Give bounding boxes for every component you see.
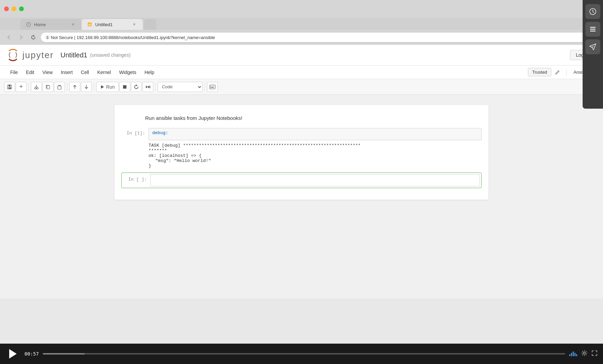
cell-1-output: TASK [debug] ***************************… <box>149 140 482 170</box>
output-line-3: ok: [localhost] => { <box>149 153 478 158</box>
svg-rect-5 <box>590 29 596 30</box>
maximize-button[interactable] <box>19 6 24 11</box>
svg-rect-10 <box>9 88 10 89</box>
svg-rect-9 <box>8 87 11 89</box>
svg-rect-6 <box>590 31 596 32</box>
restart-button[interactable] <box>131 82 142 92</box>
cell-2-content[interactable] <box>150 174 480 186</box>
paste-button[interactable] <box>54 82 65 92</box>
cell-type-select[interactable]: Code Markdown Raw NBConvert Heading <box>158 82 203 92</box>
output-line-1: TASK [debug] ***************************… <box>149 143 478 148</box>
menu-kernel[interactable]: Kernel <box>94 68 114 76</box>
svg-text:nb: nb <box>88 23 91 26</box>
output-line-2: ******* <box>149 148 478 153</box>
jupyter-header: jupyter Untitled1 (unsaved changes) Logo… <box>0 45 603 66</box>
svg-rect-20 <box>210 85 215 89</box>
svg-rect-4 <box>590 27 596 28</box>
menu-file[interactable]: File <box>7 68 21 76</box>
add-cell-button[interactable]: + <box>16 82 27 92</box>
svg-marker-17 <box>146 86 148 88</box>
close-button[interactable] <box>4 6 9 11</box>
notebook-tab-close[interactable]: × <box>131 21 137 28</box>
toolbar: + <box>0 79 603 95</box>
cut-button[interactable] <box>31 82 42 92</box>
cell-1: In [1]: debug: TASK [debug] ************… <box>121 128 482 170</box>
save-button[interactable] <box>4 82 15 92</box>
refresh-button[interactable] <box>29 33 38 42</box>
forward-button[interactable] <box>16 33 26 42</box>
cell-1-code[interactable]: debug: <box>149 128 482 140</box>
menu-view[interactable]: View <box>39 68 56 76</box>
menu-help[interactable]: Help <box>141 68 158 76</box>
progress-bar[interactable] <box>43 353 565 354</box>
play-button[interactable] <box>5 346 20 361</box>
edit-mode-button[interactable] <box>553 68 562 77</box>
toolbar-sep-4 <box>155 83 156 91</box>
notebook-title-area: Untitled1 (unsaved changes) <box>61 51 570 59</box>
jupyter-spinner-logo <box>7 49 19 61</box>
svg-rect-19 <box>150 86 150 88</box>
toolbar-sep-2 <box>67 83 67 91</box>
cell-1-code-text: debug: <box>152 130 168 135</box>
minimize-button[interactable] <box>12 6 16 11</box>
tab-home[interactable]: Home × <box>20 19 82 30</box>
copy-button[interactable] <box>42 82 53 92</box>
send-panel-button[interactable] <box>585 39 600 54</box>
notebook-intro-text: Run ansible tasks from Jupyter Notebooks… <box>121 115 482 121</box>
time-display: 00:57 <box>24 351 39 357</box>
cell-1-label: In [1]: <box>121 128 149 170</box>
browser-chrome: Home × nb Untitled1 × <box>0 0 603 45</box>
run-button[interactable]: Run <box>96 82 119 92</box>
svg-rect-24 <box>210 87 211 88</box>
cell-2-label: In [ ]: <box>123 174 150 186</box>
address-bar-row <box>0 30 603 45</box>
trusted-button[interactable]: Trusted <box>528 68 552 76</box>
home-tab-close[interactable]: × <box>70 21 76 28</box>
toolbar-sep-1 <box>29 83 29 91</box>
unsaved-label: (unsaved changes) <box>90 52 131 58</box>
history-panel-button[interactable] <box>585 4 600 19</box>
menu-divider <box>566 69 567 76</box>
fast-forward-button[interactable] <box>142 82 153 92</box>
svg-rect-13 <box>47 86 50 89</box>
svg-point-12 <box>37 87 38 89</box>
fullscreen-button[interactable] <box>591 350 598 358</box>
menu-cell[interactable]: Cell <box>77 68 92 76</box>
address-input[interactable] <box>41 33 587 42</box>
cell-2: In [ ]: <box>121 172 482 188</box>
svg-rect-8 <box>8 85 11 87</box>
menu-bar: File Edit View Insert Cell Kernel Widget… <box>0 66 603 79</box>
menu-widgets[interactable]: Widgets <box>116 68 140 76</box>
right-panel <box>583 0 603 109</box>
notebook-area: Run ansible tasks from Jupyter Notebooks… <box>0 95 603 298</box>
video-controls: 00:57 <box>0 344 603 364</box>
tabs-bar: Home × nb Untitled1 × <box>0 18 603 30</box>
svg-point-27 <box>583 352 585 354</box>
svg-rect-21 <box>210 86 211 87</box>
interrupt-button[interactable] <box>119 82 130 92</box>
tab-notebook[interactable]: nb Untitled1 × <box>82 19 143 30</box>
svg-point-11 <box>35 87 36 89</box>
home-tab-label: Home <box>34 22 46 27</box>
intro-text: Run ansible tasks from Jupyter Notebooks… <box>145 115 242 121</box>
move-down-button[interactable] <box>81 82 92 92</box>
move-up-button[interactable] <box>69 82 80 92</box>
notebook-name[interactable]: Untitled1 <box>61 51 87 59</box>
window-buttons <box>4 6 24 11</box>
play-icon <box>9 349 17 359</box>
menu-insert[interactable]: Insert <box>57 68 76 76</box>
back-button[interactable] <box>4 33 14 42</box>
cell-2-code[interactable] <box>150 174 480 186</box>
cell-1-content: debug: TASK [debug] ********************… <box>149 128 482 170</box>
svg-rect-14 <box>58 86 61 89</box>
jupyter-logo: jupyter <box>7 49 54 61</box>
toolbar-sep-3 <box>94 83 94 91</box>
menu-edit[interactable]: Edit <box>23 68 38 76</box>
keyboard-shortcuts-button[interactable] <box>207 82 218 92</box>
run-label: Run <box>106 84 115 90</box>
home-tab-icon <box>26 22 31 27</box>
settings-button[interactable] <box>581 350 587 358</box>
layers-panel-button[interactable] <box>585 22 600 37</box>
svg-rect-22 <box>212 86 212 87</box>
title-bar <box>0 0 603 18</box>
